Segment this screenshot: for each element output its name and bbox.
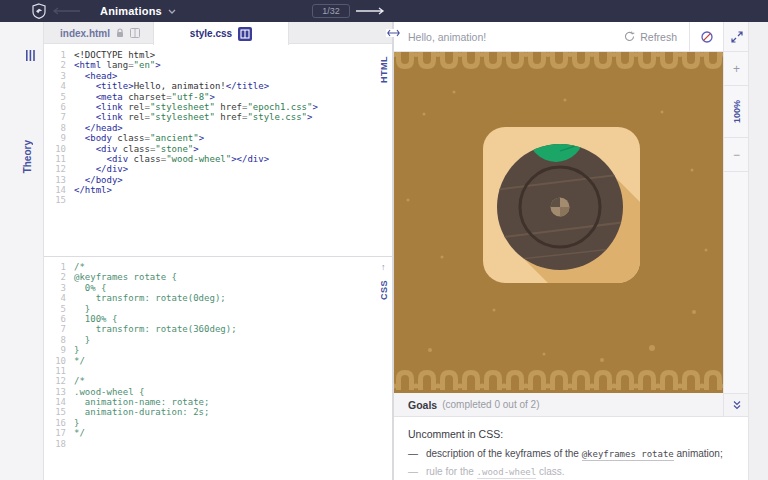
code-line[interactable]: 5 } <box>44 304 392 314</box>
editor-tab-bar: index.html style.css <box>44 22 392 44</box>
theory-button[interactable]: Theory <box>22 140 33 173</box>
ornament-border-bottom <box>394 367 723 393</box>
css-pane-label: CSS <box>379 280 389 300</box>
code-line[interactable]: 4 <title>Hello, animation!</title> <box>44 81 392 91</box>
tab-index-html-label: index.html <box>60 28 110 39</box>
code-line[interactable]: 14 animation-name: rotate; <box>44 397 392 407</box>
goals-progress: (completed 0 out of 2) <box>442 399 539 410</box>
goal-item: —description of the keyframes of the @ke… <box>408 448 748 459</box>
app-window: Animations 1/32 Theory index.html <box>0 0 768 480</box>
goal-item: —rule for the .wood-wheel class. <box>408 466 748 477</box>
goals-bar[interactable]: Goals (completed 0 out of 2) <box>394 393 723 417</box>
code-line[interactable]: 5 <meta charset="utf-8"> <box>44 92 392 102</box>
resize-horizontal-icon[interactable] <box>386 29 401 37</box>
tab-index-html[interactable]: index.html <box>60 22 140 44</box>
code-line[interactable]: 7 transform: rotate(360deg); <box>44 324 392 334</box>
preview-page-title: Hello, animation! <box>408 31 612 43</box>
back-arrow-icon[interactable] <box>52 7 80 15</box>
forward-arrow-icon[interactable] <box>355 7 385 15</box>
disable-styles-button[interactable] <box>689 22 723 52</box>
code-line[interactable]: 1<!DOCTYPE html> <box>44 50 392 60</box>
code-line[interactable]: 4 transform: rotate(0deg); <box>44 293 392 303</box>
preview-header: Hello, animation! Refresh <box>394 22 723 52</box>
code-line[interactable]: 8 </head> <box>44 123 392 133</box>
course-title-label: Animations <box>100 5 162 17</box>
lock-icon <box>116 28 124 38</box>
code-line[interactable]: 12/* <box>44 376 392 386</box>
code-line[interactable]: 3 0% { <box>44 283 392 293</box>
code-line[interactable]: 15 <box>44 195 392 205</box>
code-line[interactable]: 3 <head> <box>44 71 392 81</box>
code-line[interactable]: 1/* <box>44 262 392 272</box>
right-gutter <box>748 22 768 480</box>
code-line[interactable]: 10*/ <box>44 356 392 366</box>
arrow-up-icon[interactable]: ↑ <box>381 262 386 272</box>
preview-stage <box>394 52 723 393</box>
course-dropdown[interactable]: Animations <box>100 0 176 22</box>
split-view-active-icon[interactable] <box>238 27 252 41</box>
logo-shield-icon[interactable] <box>31 3 47 19</box>
code-line[interactable]: 9 <body class="ancient"> <box>44 133 392 143</box>
fullscreen-button[interactable] <box>724 22 749 52</box>
left-sidebar: Theory <box>0 22 44 480</box>
code-line[interactable]: 18 <box>44 439 392 449</box>
code-line[interactable]: 2<html lang="en"> <box>44 60 392 70</box>
chevrons-down-icon <box>732 400 742 410</box>
goals-instruction: Uncomment in CSS: <box>408 428 748 440</box>
collapse-goals-button[interactable] <box>724 393 749 417</box>
code-line[interactable]: 9} <box>44 345 392 355</box>
preview-controls-strip: + 100% − <box>723 22 748 417</box>
refresh-button[interactable]: Refresh <box>612 22 689 52</box>
code-line[interactable]: 6 <link rel="stylesheet" href="epoch1.cs… <box>44 102 392 112</box>
top-bar: Animations 1/32 <box>0 0 768 22</box>
menu-icon[interactable] <box>26 50 35 61</box>
code-line[interactable]: 15 animation-duration: 2s; <box>44 407 392 417</box>
scene-illustration <box>394 52 723 393</box>
code-line[interactable]: 10 <div class="stone"> <box>44 144 392 154</box>
css-editor[interactable]: 1/*2@keyframes rotate {3 0% {4 transform… <box>44 256 392 480</box>
goals-panel: Uncomment in CSS: —description of the ke… <box>394 417 748 480</box>
chevron-down-icon <box>168 9 176 14</box>
code-line[interactable]: 8 } <box>44 335 392 345</box>
ornament-border-top <box>394 52 723 75</box>
zoom-level[interactable]: 100% <box>724 86 749 138</box>
code-line[interactable]: 2@keyframes rotate { <box>44 272 392 282</box>
goals-title: Goals <box>408 399 437 411</box>
code-line[interactable]: 7 <link rel="stylesheet" href="style.css… <box>44 112 392 122</box>
code-line[interactable]: 11 <box>44 366 392 376</box>
html-editor[interactable]: 1<!DOCTYPE html>2<html lang="en">3 <head… <box>44 45 392 256</box>
lesson-progress-badge: 1/32 <box>312 4 350 18</box>
code-line[interactable]: 11 <div class="wood-wheel"></div> <box>44 154 392 164</box>
code-line[interactable]: 13.wood-wheel { <box>44 387 392 397</box>
circle-slash-icon <box>700 30 714 44</box>
code-line[interactable]: 17*/ <box>44 428 392 438</box>
zoom-out-button[interactable]: − <box>724 138 749 172</box>
split-view-icon[interactable] <box>130 28 140 38</box>
refresh-label: Refresh <box>640 31 677 43</box>
refresh-icon <box>624 31 635 42</box>
tab-style-css[interactable]: style.css <box>153 22 289 45</box>
code-line[interactable]: 12 </div> <box>44 164 392 174</box>
code-line[interactable]: 6 100% { <box>44 314 392 324</box>
zoom-in-button[interactable]: + <box>724 52 749 86</box>
expand-icon <box>731 31 743 43</box>
code-line[interactable]: 16} <box>44 418 392 428</box>
code-line[interactable]: 13 </body> <box>44 175 392 185</box>
code-line[interactable]: 14</html> <box>44 185 392 195</box>
html-pane-label: HTML <box>379 56 389 83</box>
tab-style-css-label: style.css <box>190 28 232 39</box>
